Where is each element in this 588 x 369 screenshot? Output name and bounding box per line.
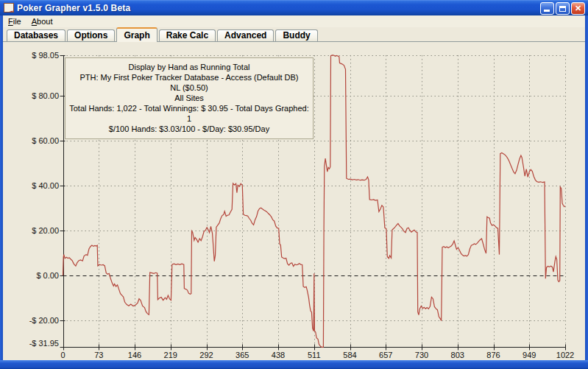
window-border-right — [585, 15, 588, 369]
close-button[interactable]: ✕ — [571, 2, 585, 15]
y-axis-label: $ 60.00 — [3, 136, 59, 145]
info-line-5: Total Hands: 1,022 - Total Winnings: $ 3… — [68, 103, 310, 124]
x-axis-label: 365 — [235, 351, 249, 359]
x-axis-label: 292 — [199, 351, 213, 359]
menu-item-about[interactable]: About — [26, 16, 58, 27]
tab-advanced[interactable]: Advanced — [217, 29, 274, 41]
tab-databases[interactable]: Databases — [7, 29, 65, 41]
x-axis-label: 730 — [415, 351, 428, 359]
x-axis-label: 511 — [308, 351, 321, 359]
y-axis-label: -$ 20.00 — [3, 316, 59, 325]
x-axis-label: 876 — [486, 351, 500, 359]
window-border-bottom[interactable] — [0, 360, 588, 369]
info-line-2: PTH: My First Poker Tracker Database - A… — [68, 72, 310, 82]
info-line-1: Display by Hand as Running Total — [68, 62, 310, 72]
x-axis-label: 219 — [164, 351, 177, 359]
info-line-6: $/100 Hands: $3.03/100 - $/Day: $30.95/D… — [68, 124, 310, 134]
tab-rake-calc[interactable]: Rake Calc — [159, 29, 216, 41]
x-axis-label: 584 — [343, 351, 356, 359]
y-axis-label: $ 80.00 — [3, 91, 59, 100]
tab-buddy[interactable]: Buddy — [275, 29, 317, 41]
x-axis-label: 803 — [451, 351, 464, 359]
close-icon: ✕ — [575, 4, 581, 13]
app-icon — [4, 3, 14, 13]
tab-graph[interactable]: Graph — [116, 27, 157, 42]
app-window: Poker Grapher v1.5.0 Beta ✕ FileAbout Da… — [0, 0, 588, 369]
y-axis-label: $ 0.00 — [3, 271, 59, 280]
y-axis-label: $ 98.05 — [3, 51, 59, 60]
window-title: Poker Grapher v1.5.0 Beta — [17, 3, 130, 13]
menu-item-file[interactable]: File — [3, 16, 26, 27]
x-axis-label: 438 — [272, 351, 285, 359]
info-line-3: NL ($0.50) — [68, 82, 310, 93]
tab-strip: DatabasesOptionsGraphRake CalcAdvancedBu… — [3, 27, 585, 42]
title-bar[interactable]: Poker Grapher v1.5.0 Beta ✕ — [0, 0, 588, 15]
x-axis-label: 73 — [94, 351, 103, 359]
graph-info-box: Display by Hand as Running TotalPTH: My … — [65, 57, 314, 139]
tab-options[interactable]: Options — [67, 29, 115, 41]
info-line-4: All Sites — [68, 93, 310, 103]
y-axis-label: -$ 31.95 — [3, 339, 59, 348]
x-axis-label: 1022 — [556, 351, 574, 359]
minimize-icon — [544, 10, 550, 12]
x-axis-label: 949 — [523, 351, 536, 359]
menu-bar: FileAbout — [3, 15, 585, 27]
window-border-left — [0, 15, 3, 369]
y-axis-label: $ 20.00 — [3, 226, 59, 235]
x-axis-label: 0 — [60, 351, 65, 359]
x-axis-label: 657 — [379, 351, 392, 359]
minimize-button[interactable] — [540, 2, 554, 15]
y-axis-label: $ 40.00 — [3, 181, 59, 190]
maximize-icon — [559, 6, 566, 12]
maximize-button[interactable] — [556, 2, 570, 15]
x-axis-label: 146 — [128, 351, 141, 359]
graph-page: Display by Hand as Running TotalPTH: My … — [3, 42, 585, 360]
